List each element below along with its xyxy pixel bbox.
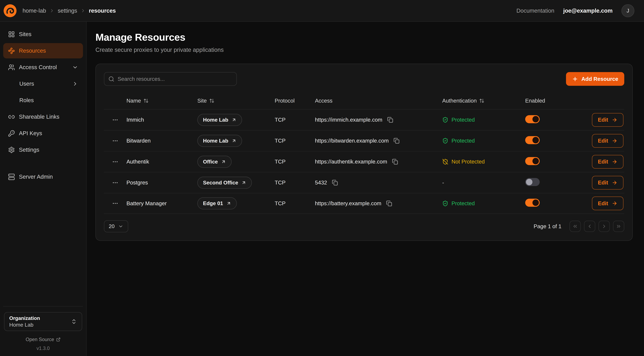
- breadcrumb-org[interactable]: home-lab: [22, 8, 46, 14]
- header-authentication[interactable]: Authentication: [442, 98, 525, 104]
- user-avatar[interactable]: J: [622, 4, 634, 17]
- enabled-toggle[interactable]: [525, 115, 540, 123]
- site-link-button[interactable]: Home Lab: [197, 114, 242, 126]
- sidebar-item-settings[interactable]: Settings: [3, 142, 83, 158]
- topbar-right: Documentation joe@example.com J: [516, 4, 634, 17]
- table-row: Bitwarden Home Lab TCP https://bitwarden…: [104, 130, 624, 151]
- copy-button[interactable]: [331, 179, 339, 186]
- arrow-right-icon: [612, 138, 618, 144]
- enabled-toggle[interactable]: [525, 199, 540, 207]
- sidebar-item-users[interactable]: Users: [3, 76, 83, 92]
- copy-button[interactable]: [391, 158, 399, 166]
- row-menu-button[interactable]: [110, 136, 120, 146]
- header-access-label: Access: [315, 98, 332, 104]
- shield-check-icon: [442, 200, 448, 206]
- site-name: Second Office: [203, 180, 238, 186]
- site-link-button[interactable]: Home Lab: [197, 135, 242, 147]
- first-page-button[interactable]: [570, 221, 581, 232]
- ellipsis-icon: [112, 158, 118, 165]
- users-icon: [8, 64, 15, 71]
- enabled-toggle[interactable]: [525, 178, 540, 186]
- sidebar-item-label: Resources: [19, 48, 46, 54]
- sidebar-item-server-admin[interactable]: Server Admin: [3, 169, 83, 184]
- page-size-select[interactable]: 20: [104, 220, 128, 232]
- site-link-button[interactable]: Second Office: [197, 177, 252, 189]
- header-name[interactable]: Name: [126, 98, 197, 104]
- pangolin-logo-icon: [3, 4, 17, 18]
- breadcrumb-current-page: resources: [89, 8, 116, 14]
- row-menu-button[interactable]: [110, 115, 120, 125]
- edit-button[interactable]: Edit: [592, 113, 624, 127]
- edit-button[interactable]: Edit: [592, 134, 624, 148]
- enabled-toggle[interactable]: [525, 136, 540, 144]
- header-authentication-label: Authentication: [442, 98, 477, 104]
- last-page-button[interactable]: [613, 221, 624, 232]
- sidebar-item-label: Users: [19, 80, 34, 87]
- card-toolbar: Add Resource: [104, 72, 624, 86]
- sidebar-item-label: Access Control: [19, 64, 57, 70]
- key-icon: [8, 130, 15, 137]
- site-link-button[interactable]: Edge 01: [197, 197, 237, 210]
- site-name: Home Lab: [203, 117, 228, 123]
- ellipsis-icon: [112, 138, 118, 144]
- sidebar: Sites Resources Access Control: [0, 22, 86, 356]
- arrow-up-right-icon: [232, 138, 236, 143]
- organization-selector[interactable]: Organization Home Lab: [4, 312, 82, 331]
- row-menu-button[interactable]: [110, 198, 120, 208]
- sidebar-item-sites[interactable]: Sites: [3, 26, 83, 42]
- breadcrumb-settings[interactable]: settings: [58, 8, 77, 14]
- header-site[interactable]: Site: [197, 98, 275, 104]
- enabled-toggle[interactable]: [525, 157, 540, 165]
- resource-protocol: TCP: [275, 200, 315, 206]
- header-site-label: Site: [197, 98, 207, 104]
- resource-name: Bitwarden: [126, 138, 197, 144]
- search-input[interactable]: [118, 76, 232, 82]
- sort-arrows-icon: [144, 98, 148, 103]
- sidebar-item-access-control[interactable]: Access Control: [3, 60, 83, 75]
- copy-button[interactable]: [385, 200, 393, 207]
- documentation-link[interactable]: Documentation: [516, 8, 554, 14]
- card-footer: 20 Page 1 of 1: [104, 220, 624, 232]
- sidebar-item-api-keys[interactable]: API Keys: [3, 126, 83, 141]
- page-size-value: 20: [109, 223, 114, 229]
- resource-access-url: https://immich.example.com: [315, 117, 382, 123]
- resource-access-url: https://bitwarden.example.com: [315, 138, 389, 144]
- link-icon: [8, 114, 15, 120]
- copy-icon: [392, 159, 398, 165]
- copy-button[interactable]: [386, 116, 394, 124]
- site-name: Home Lab: [203, 138, 228, 144]
- server-icon: [8, 174, 15, 180]
- grid-icon: [8, 31, 15, 38]
- auth-status: Not Protected: [442, 158, 525, 165]
- open-source-link[interactable]: Open Source: [4, 337, 82, 342]
- sidebar-item-resources[interactable]: Resources: [3, 43, 83, 58]
- sort-arrows-icon: [479, 98, 484, 103]
- auth-status-label: Protected: [452, 138, 475, 144]
- edit-button[interactable]: Edit: [592, 176, 624, 190]
- sidebar-item-shareable-links[interactable]: Shareable Links: [3, 109, 83, 124]
- avatar-initial: J: [626, 8, 629, 14]
- next-page-button[interactable]: [598, 221, 610, 232]
- user-email[interactable]: joe@example.com: [563, 8, 612, 14]
- arrow-right-icon: [612, 159, 618, 164]
- row-menu-button[interactable]: [110, 178, 120, 188]
- add-resource-button[interactable]: Add Resource: [566, 72, 624, 86]
- previous-page-button[interactable]: [584, 221, 595, 232]
- shield-check-icon: [442, 117, 448, 123]
- organization-value: Home Lab: [9, 322, 71, 328]
- copy-button[interactable]: [393, 137, 400, 144]
- site-link-button[interactable]: Office: [197, 156, 232, 168]
- resource-name: Immich: [126, 117, 197, 123]
- auth-status-label: Protected: [452, 117, 475, 123]
- shield-check-icon: [442, 138, 448, 144]
- page-title: Manage Resources: [96, 32, 633, 43]
- organization-text: Organization Home Lab: [9, 315, 71, 328]
- sort-arrows-icon: [209, 98, 214, 103]
- sidebar-item-roles[interactable]: Roles: [3, 92, 83, 108]
- edit-button[interactable]: Edit: [592, 196, 624, 210]
- search-icon: [108, 76, 114, 82]
- edit-button[interactable]: Edit: [592, 155, 624, 168]
- ellipsis-icon: [112, 117, 118, 123]
- row-menu-button[interactable]: [110, 157, 120, 166]
- app-logo: [3, 4, 17, 18]
